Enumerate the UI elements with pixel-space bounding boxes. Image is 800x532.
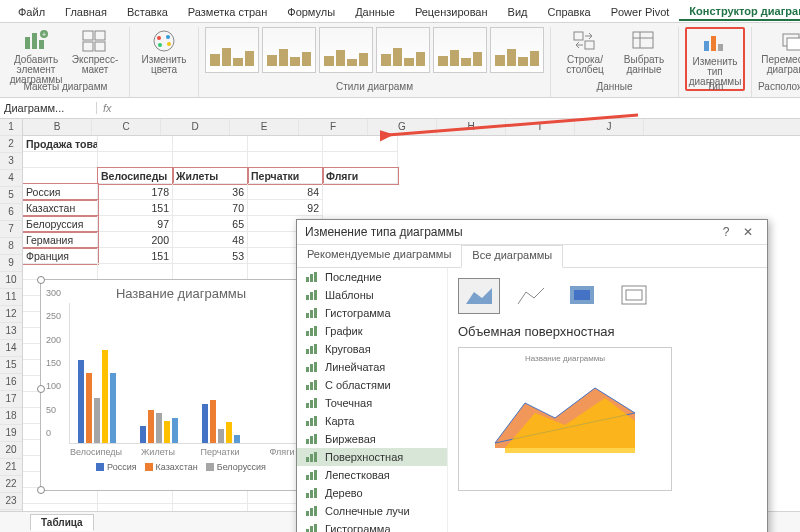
style-thumb[interactable] xyxy=(262,27,316,73)
chart-type-item[interactable]: Шаблоны xyxy=(297,286,447,304)
name-box[interactable]: Диаграмм... xyxy=(0,102,97,114)
style-thumb[interactable] xyxy=(319,27,373,73)
chart-type-item[interactable]: Гистограмма xyxy=(297,304,447,322)
svg-rect-22 xyxy=(711,36,716,51)
dialog-titlebar[interactable]: Изменение типа диаграммы ? ✕ xyxy=(297,220,767,245)
svg-rect-28 xyxy=(314,272,317,282)
svg-rect-4 xyxy=(39,40,44,49)
chart-type-item[interactable]: Биржевая xyxy=(297,430,447,448)
chart-title[interactable]: Название диаграммы xyxy=(41,286,321,301)
col-headers[interactable]: BCDEFGHIJ xyxy=(23,119,800,136)
style-thumb[interactable] xyxy=(376,27,430,73)
move-chart-button[interactable]: Переместить диаграмму xyxy=(764,27,800,77)
row-headers[interactable]: 1234567891011121314151617181920212223242… xyxy=(0,119,23,521)
svg-rect-21 xyxy=(704,41,709,51)
tab-view[interactable]: Вид xyxy=(498,4,538,20)
chart-preview[interactable]: Название диаграммы xyxy=(458,347,672,491)
move-chart-label: Переместить диаграмму xyxy=(761,55,800,75)
chart-type-item[interactable]: График xyxy=(297,322,447,340)
chart-type-item[interactable]: С областями xyxy=(297,376,447,394)
chart-type-list[interactable]: ПоследниеШаблоныГистограммаГрафикКругова… xyxy=(297,268,448,532)
svg-rect-85 xyxy=(574,290,590,300)
chart-type-item[interactable]: Дерево xyxy=(297,484,447,502)
style-thumb[interactable] xyxy=(205,27,259,73)
svg-rect-58 xyxy=(314,452,317,462)
svg-rect-57 xyxy=(310,454,313,462)
svg-rect-62 xyxy=(306,493,309,498)
svg-rect-45 xyxy=(310,382,313,390)
chart-type-item[interactable]: Солнечные лучи xyxy=(297,502,447,520)
tab-recommended[interactable]: Рекомендуемые диаграммы xyxy=(297,245,461,267)
tab-all-charts[interactable]: Все диаграммы xyxy=(461,245,563,268)
style-thumb[interactable] xyxy=(433,27,487,73)
svg-rect-42 xyxy=(310,364,313,372)
resize-handle[interactable] xyxy=(37,486,45,494)
sheet-tab[interactable]: Таблица xyxy=(30,514,94,531)
svg-rect-30 xyxy=(310,292,313,300)
group-location-label: Расположение xyxy=(758,81,800,92)
tab-formulas[interactable]: Формулы xyxy=(277,4,345,20)
tab-review[interactable]: Рецензирован xyxy=(405,4,498,20)
select-data-icon xyxy=(630,29,658,53)
tab-insert[interactable]: Вставка xyxy=(117,4,178,20)
contour-icon xyxy=(568,284,598,308)
svg-rect-48 xyxy=(310,400,313,408)
preview-surface-icon xyxy=(475,363,655,463)
chart-type-item[interactable]: Линейчатая xyxy=(297,358,447,376)
svg-rect-52 xyxy=(314,416,317,426)
tab-layout[interactable]: Разметка стран xyxy=(178,4,277,20)
variant-wireframe[interactable] xyxy=(510,278,552,314)
resize-handle[interactable] xyxy=(37,385,45,393)
chart-type-item[interactable]: Лепестковая xyxy=(297,466,447,484)
svg-rect-7 xyxy=(83,31,93,40)
chart-type-item[interactable]: Точечная xyxy=(297,394,447,412)
svg-rect-18 xyxy=(633,32,653,48)
change-colors-label: Изменить цвета xyxy=(138,55,190,75)
tab-help[interactable]: Справка xyxy=(537,4,600,20)
svg-point-11 xyxy=(154,31,174,51)
chart-plot[interactable]: 050100150200250300ВелосипедыЖилетыПерчат… xyxy=(69,303,311,444)
variant-surface-3d[interactable] xyxy=(458,278,500,314)
select-data-button[interactable]: Выбрать данные xyxy=(616,27,672,77)
chart-type-item[interactable]: Карта xyxy=(297,412,447,430)
close-button[interactable]: ✕ xyxy=(737,225,759,239)
preview-caption: Название диаграммы xyxy=(525,354,605,363)
help-button[interactable]: ? xyxy=(715,225,737,239)
tab-home[interactable]: Главная xyxy=(55,4,117,20)
quick-layout-icon xyxy=(81,29,109,53)
embedded-chart[interactable]: Название диаграммы 050100150200250300Вел… xyxy=(40,279,322,491)
tab-data[interactable]: Данные xyxy=(345,4,405,20)
variant-wireframe-contour[interactable] xyxy=(614,278,656,314)
switch-label: Строка/ столбец xyxy=(559,55,611,75)
variant-contour[interactable] xyxy=(562,278,604,314)
svg-rect-31 xyxy=(314,290,317,300)
style-gallery[interactable] xyxy=(205,27,544,81)
svg-point-15 xyxy=(158,43,162,47)
add-chart-element-button[interactable]: + Добавить элемент диаграммы xyxy=(8,27,64,87)
tab-file[interactable]: Файл xyxy=(8,4,55,20)
chart-type-item[interactable]: Круговая xyxy=(297,340,447,358)
svg-rect-61 xyxy=(314,470,317,480)
group-colors: Изменить цвета xyxy=(130,27,199,97)
chart-type-item[interactable]: Гистограмма xyxy=(297,520,447,532)
tab-powerpivot[interactable]: Power Pivot xyxy=(601,4,680,20)
chart-type-item[interactable]: Последние xyxy=(297,268,447,286)
svg-rect-33 xyxy=(310,310,313,318)
switch-row-col-button[interactable]: Строка/ столбец xyxy=(557,27,613,77)
fx-label[interactable]: fx xyxy=(97,102,118,114)
svg-rect-10 xyxy=(95,42,105,51)
change-type-icon xyxy=(701,31,729,55)
change-colors-button[interactable]: Изменить цвета xyxy=(136,27,192,77)
svg-rect-8 xyxy=(95,31,105,40)
chart-type-item[interactable]: Поверхностная xyxy=(297,448,447,466)
svg-rect-27 xyxy=(310,274,313,282)
tab-chart-design[interactable]: Конструктор диаграмм xyxy=(679,3,800,21)
svg-rect-60 xyxy=(310,472,313,480)
group-layouts-label: Макеты диаграмм xyxy=(24,81,108,92)
style-thumb[interactable] xyxy=(490,27,544,73)
ribbon-tabs: Файл Главная Вставка Разметка стран Форм… xyxy=(0,0,800,23)
svg-rect-55 xyxy=(314,434,317,444)
quick-layout-button[interactable]: Экспресс-макет xyxy=(67,27,123,77)
resize-handle[interactable] xyxy=(37,276,45,284)
chart-legend[interactable]: РоссияКазахстанБелоруссия xyxy=(41,462,321,472)
